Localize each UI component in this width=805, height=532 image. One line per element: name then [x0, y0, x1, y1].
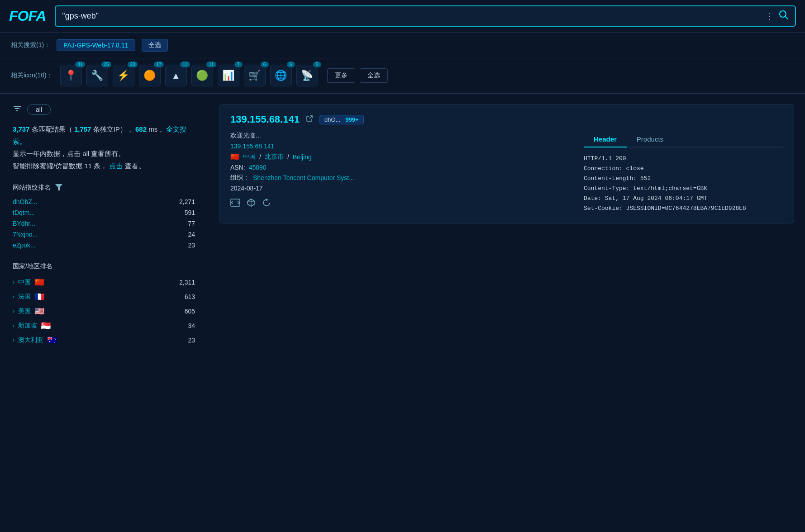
result-flag: 🇨🇳 — [230, 152, 239, 161]
result-action-refresh-icon[interactable] — [262, 198, 271, 209]
icon-item-0[interactable]: 81 📍 — [60, 65, 82, 86]
country-count-1: 613 — [185, 293, 195, 300]
result-asn-label: ASN: — [230, 164, 245, 171]
icon-item-8[interactable]: 6 🌐 — [270, 65, 292, 86]
tab-content-header: HTTP/1.1 200 Connection: close Content-L… — [584, 154, 783, 214]
country-arrow-1: › — [13, 294, 14, 300]
fingerprint-count-0: 2,271 — [179, 198, 195, 205]
fingerprint-count-1: 591 — [185, 209, 195, 216]
results-unit2: 条独立IP）， — [93, 125, 133, 133]
results-count: 3,737 — [13, 125, 30, 133]
result-link-icon[interactable] — [306, 115, 313, 124]
result-card-0: 139.155.68.141 dhO... 999+ — [219, 104, 794, 223]
options-icon[interactable]: ⋮ — [765, 11, 773, 21]
country-list: › 中国 🇨🇳 2,311 › 法国 🇫🇷 613 › 美国 🇺🇸 — [13, 275, 195, 347]
related-search-row: 相关搜索(1)： PAJ-GPS-Web-17.8.11 全选 — [0, 33, 805, 58]
icon-emoji-6: 📊 — [222, 70, 234, 81]
sidebar-filter-bar: all — [13, 104, 195, 115]
country-item-0[interactable]: › 中国 🇨🇳 2,311 — [13, 275, 195, 290]
main-layout: all 3,737 条匹配结果（ 1,757 条独立IP）， 682 ms， 全… — [0, 94, 805, 411]
svg-line-6 — [310, 116, 312, 119]
country-flag-3: 🇸🇬 — [41, 321, 51, 331]
icon-row-label: 相关icon(10)： — [11, 71, 53, 80]
result-ip-link[interactable]: 139.155.68.141 — [230, 142, 274, 150]
fingerprint-item-0[interactable]: dhObZ... 2,271 — [13, 196, 195, 207]
results-ms: 682 — [135, 125, 147, 133]
icon-item-7[interactable]: 6 🛒 — [244, 65, 266, 86]
search-icon[interactable] — [779, 10, 789, 22]
icon-emoji-7: 🛒 — [248, 70, 261, 81]
result-location-row: 🇨🇳 中国 / 北京市 / Beijing — [230, 152, 570, 161]
country-name-3: 新加坡 — [18, 322, 37, 330]
tab-products[interactable]: Products — [627, 132, 673, 147]
result-org-label: 组织： — [230, 174, 249, 182]
country-section-title: 国家/地区排名 — [13, 262, 195, 271]
country-count-4: 23 — [188, 337, 195, 344]
icon-badge-2: 23 — [128, 62, 137, 67]
icon-row: 相关icon(10)： 81 📍 25 🔧 23 ⚡ 17 🟠 13 ▲ 11 … — [0, 58, 805, 94]
result-action-code-icon[interactable] — [230, 199, 240, 209]
icon-badge-6: 7 — [234, 62, 243, 67]
filter-all-button[interactable]: all — [27, 104, 51, 115]
country-item-4[interactable]: › 澳大利亚 🇦🇺 23 — [13, 333, 195, 347]
icon-item-2[interactable]: 23 ⚡ — [113, 65, 134, 86]
icon-all-btn[interactable]: 全选 — [360, 68, 388, 83]
icon-emoji-9: 📡 — [301, 70, 313, 81]
icon-emoji-2: ⚡ — [117, 70, 129, 81]
country-arrow-4: › — [13, 337, 14, 343]
search-input[interactable] — [62, 11, 761, 21]
icon-emoji-5: 🟢 — [196, 70, 208, 81]
results-hint2: 智能排除蜜罐/仿冒数据 11 条， — [13, 162, 107, 170]
country-info-0: › 中国 🇨🇳 — [13, 277, 44, 287]
icon-item-1[interactable]: 25 🔧 — [86, 65, 108, 86]
result-date: 2024-08-17 — [230, 185, 570, 192]
icon-badge-1: 25 — [101, 62, 111, 67]
country-arrow-3: › — [13, 323, 14, 329]
icon-item-5[interactable]: 11 🟢 — [191, 65, 213, 86]
related-tag-0[interactable]: PAJ-GPS-Web-17.8.11 — [57, 39, 135, 51]
fingerprint-item-4[interactable]: eZpok... 23 — [13, 240, 195, 251]
country-count-0: 2,311 — [179, 279, 195, 286]
fingerprint-item-3[interactable]: 7Nxjno... 24 — [13, 229, 195, 240]
result-asn[interactable]: 45090 — [249, 164, 267, 171]
icon-item-6[interactable]: 7 📊 — [218, 65, 239, 86]
result-city[interactable]: 北京市 — [265, 153, 284, 161]
filter-icon[interactable] — [13, 104, 22, 115]
country-flag-1: 🇫🇷 — [34, 292, 44, 302]
result-region[interactable]: Beijing — [293, 153, 312, 161]
result-country[interactable]: 中国 — [243, 153, 256, 161]
result-org[interactable]: Shenzhen Tencent Computer Syst... — [253, 174, 354, 181]
fingerprint-item-2[interactable]: BYdhr... 77 — [13, 218, 195, 229]
results-panel: 139.155.68.141 dhO... 999+ — [208, 94, 805, 411]
icon-badge-8: 6 — [287, 62, 295, 67]
svg-line-1 — [786, 17, 788, 19]
icon-row-actions: 更多 全选 — [327, 68, 388, 83]
result-badge[interactable]: dhO... 999+ — [319, 115, 364, 124]
country-item-2[interactable]: › 美国 🇺🇸 605 — [13, 304, 195, 318]
results-click-link[interactable]: 点击 — [109, 162, 123, 170]
result-ip[interactable]: 139.155.68.141 — [230, 114, 300, 125]
results-hint3: 查看。 — [125, 162, 145, 170]
icon-emoji-3: 🟠 — [143, 70, 156, 81]
header-line-4: Date: Sat, 17 Aug 2024 06:04:17 GMT — [584, 194, 783, 204]
country-name-0: 中国 — [18, 278, 31, 286]
icon-item-4[interactable]: 13 ▲ — [165, 65, 187, 86]
country-flag-2: 🇺🇸 — [34, 306, 44, 316]
fingerprint-name-3: 7Nxjno... — [13, 231, 38, 238]
svg-rect-7 — [231, 199, 240, 206]
header-line-0: HTTP/1.1 200 — [584, 154, 783, 164]
related-all-select[interactable]: 全选 — [142, 39, 168, 52]
country-item-3[interactable]: › 新加坡 🇸🇬 34 — [13, 318, 195, 333]
icon-emoji-4: ▲ — [171, 71, 181, 81]
icon-item-9[interactable]: 5 📡 — [296, 65, 318, 86]
results-hint1: 显示一年内数据，点击 all 查看所有。 — [13, 150, 125, 157]
country-item-1[interactable]: › 法国 🇫🇷 613 — [13, 290, 195, 304]
icon-item-3[interactable]: 17 🟠 — [139, 65, 161, 86]
country-name-2: 美国 — [18, 307, 31, 315]
fingerprint-item-1[interactable]: tDqtm... 591 — [13, 207, 195, 218]
result-action-cube-icon[interactable] — [247, 198, 256, 209]
tab-header[interactable]: Header — [584, 132, 627, 147]
icon-badge-9: 5 — [313, 62, 321, 67]
icon-more-btn[interactable]: 更多 — [327, 68, 355, 83]
fingerprint-filter-icon[interactable] — [55, 184, 62, 192]
